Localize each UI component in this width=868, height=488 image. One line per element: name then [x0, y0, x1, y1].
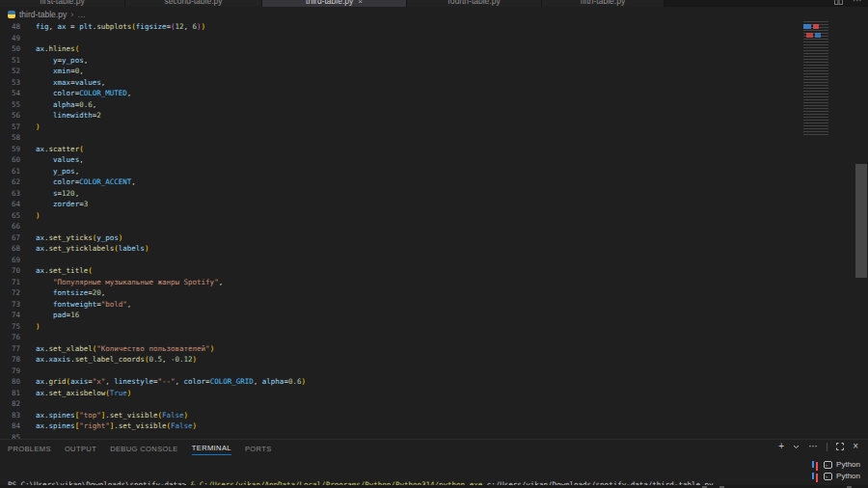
- panel-actions: + ⋯ ×: [778, 442, 858, 451]
- code-line-82: 82: [0, 398, 854, 410]
- session-label: Python: [836, 472, 860, 480]
- terminal-icon: ›: [824, 461, 832, 469]
- line-number: 82: [0, 398, 20, 410]
- editor-tab-bar: first-table.pysecond-table.pythird-table…: [0, 0, 868, 7]
- terminal-session-list: ›Python›Python: [812, 459, 860, 481]
- tab-third-table.py[interactable]: third-table.py×: [262, 0, 407, 7]
- split-editor-icon[interactable]: [834, 0, 843, 6]
- code-line-61: 61 y_pos,: [0, 166, 854, 177]
- terminal-session-2[interactable]: ›Python: [812, 471, 860, 481]
- tab-fourth-table.py[interactable]: fourth-table.py: [407, 0, 542, 7]
- code-line-54: 54 color=COLOR_MUTED,: [0, 88, 854, 99]
- editor-actions: ⋯: [834, 0, 862, 6]
- line-number: 59: [0, 144, 20, 155]
- panel-header: PROBLEMSOUTPUTDEBUG CONSOLETERMINALPORTS: [0, 440, 868, 456]
- line-number: 68: [0, 243, 20, 255]
- chevron-right-icon: ›: [70, 10, 73, 19]
- code-line-58: 58: [0, 132, 854, 144]
- minimap-mark: [815, 33, 821, 38]
- line-number: 48: [0, 21, 20, 33]
- code-line-81: 81ax.set_axisbelow(True): [0, 388, 854, 399]
- code-line-50: 50ax.hlines(: [0, 43, 854, 55]
- line-number: 74: [0, 310, 20, 321]
- code-text: ax.set_title(: [20, 265, 93, 277]
- tab-label: fourth-table.py: [448, 0, 500, 6]
- code-line-85: 85: [0, 432, 854, 440]
- panel-tab-problems[interactable]: PROBLEMS: [8, 442, 51, 455]
- terminal[interactable]: PS C:\Users\vikan\Downloads\spotify-data…: [0, 456, 868, 486]
- tab-close-icon[interactable]: ×: [358, 0, 363, 6]
- breadcrumb-symbol[interactable]: …: [77, 10, 87, 19]
- code-text: zorder=3: [20, 199, 88, 210]
- code-text: ): [20, 321, 41, 333]
- code-text: [20, 132, 36, 144]
- line-number: 63: [0, 188, 20, 200]
- tab-label: second-table.py: [164, 0, 222, 6]
- code-line-60: 60 values,: [0, 154, 854, 166]
- code-line-77: 77ax.set_xlabel("Количество пользователе…: [0, 343, 854, 355]
- code-line-75: 75): [0, 321, 854, 333]
- code-line-73: 73 fontweight="bold",: [0, 299, 854, 311]
- code-line-56: 56 linewidth=2: [0, 110, 854, 122]
- code-line-84: 84ax.spines["right"].set_visible(False): [0, 420, 854, 432]
- divider: [827, 443, 827, 451]
- code-text: fontsize=20,: [20, 287, 105, 299]
- code-line-48: 48fig, ax = plt.subplots(figsize=(12, 6)…: [0, 21, 854, 33]
- code-text: [20, 332, 36, 343]
- breadcrumb-file[interactable]: third-table.py: [19, 10, 67, 19]
- code-line-71: 71 "Популярные музыкальные жанры Spotify…: [0, 277, 854, 288]
- code-line-57: 57): [0, 122, 854, 133]
- terminal-dropdown-icon[interactable]: [793, 445, 800, 449]
- line-number: 84: [0, 420, 20, 432]
- code-editor[interactable]: 48fig, ax = plt.subplots(figsize=(12, 6)…: [0, 21, 854, 439]
- code-line-59: 59ax.scatter(: [0, 144, 854, 155]
- tab-label: fifth-table.py: [581, 0, 625, 6]
- line-number: 54: [0, 88, 20, 99]
- code-text: fontweight="bold",: [20, 299, 131, 311]
- code-text: s=120,: [20, 188, 79, 200]
- code-line-76: 76: [0, 332, 854, 343]
- tab-fifth-table.py[interactable]: fifth-table.py: [542, 0, 665, 7]
- line-number: 60: [0, 154, 20, 166]
- code-text: ): [20, 210, 41, 222]
- line-number: 77: [0, 343, 20, 355]
- code-line-78: 78ax.xaxis.set_label_coords(0.5, -0.12): [0, 354, 854, 366]
- minimap[interactable]: [800, 21, 837, 135]
- line-number: 64: [0, 199, 20, 210]
- line-number: 73: [0, 299, 20, 311]
- code-text: ax.xaxis.set_label_coords(0.5, -0.12): [20, 354, 197, 366]
- more-actions-icon[interactable]: ⋯: [853, 0, 862, 6]
- code-text: ax.set_xlabel("Количество пользователей"…: [20, 343, 214, 355]
- line-number: 67: [0, 232, 20, 244]
- code-text: pad=16: [20, 310, 79, 321]
- vscode-window: first-table.pysecond-table.pythird-table…: [0, 0, 868, 488]
- panel-tab-ports[interactable]: PORTS: [245, 442, 272, 455]
- tab-second-table.py[interactable]: second-table.py: [125, 0, 262, 7]
- line-number: 65: [0, 210, 20, 222]
- panel-tab-debug-console[interactable]: DEBUG CONSOLE: [110, 442, 178, 455]
- line-number: 49: [0, 33, 20, 44]
- minimap-mark: [806, 33, 813, 38]
- line-number: 62: [0, 176, 20, 188]
- line-number: 66: [0, 221, 20, 232]
- scrollbar-thumb[interactable]: [855, 164, 867, 278]
- minimap-mark: [813, 24, 819, 29]
- session-label: Python: [836, 460, 860, 469]
- code-text: xmin=0,: [20, 66, 84, 77]
- code-text: "Популярные музыкальные жанры Spotify",: [20, 277, 223, 288]
- panel-tab-output[interactable]: OUTPUT: [65, 442, 96, 455]
- code-text: [20, 255, 36, 266]
- new-terminal-button[interactable]: +: [778, 442, 784, 451]
- close-panel-icon[interactable]: ×: [853, 442, 858, 451]
- code-line-65: 65): [0, 210, 854, 222]
- code-line-80: 80ax.grid(axis="x", linestyle="--", colo…: [0, 376, 854, 388]
- terminal-session-1[interactable]: ›Python: [812, 459, 860, 470]
- line-number: 70: [0, 265, 20, 277]
- code-line-55: 55 alpha=0.6,: [0, 99, 854, 111]
- panel-more-icon[interactable]: ⋯: [808, 442, 818, 451]
- tab-first-table.py[interactable]: first-table.py: [0, 0, 125, 7]
- panel-tab-terminal[interactable]: TERMINAL: [192, 441, 231, 455]
- maximize-panel-icon[interactable]: [836, 443, 844, 450]
- editor-scrollbar[interactable]: [854, 21, 868, 439]
- breadcrumb[interactable]: third-table.py › …: [0, 7, 829, 21]
